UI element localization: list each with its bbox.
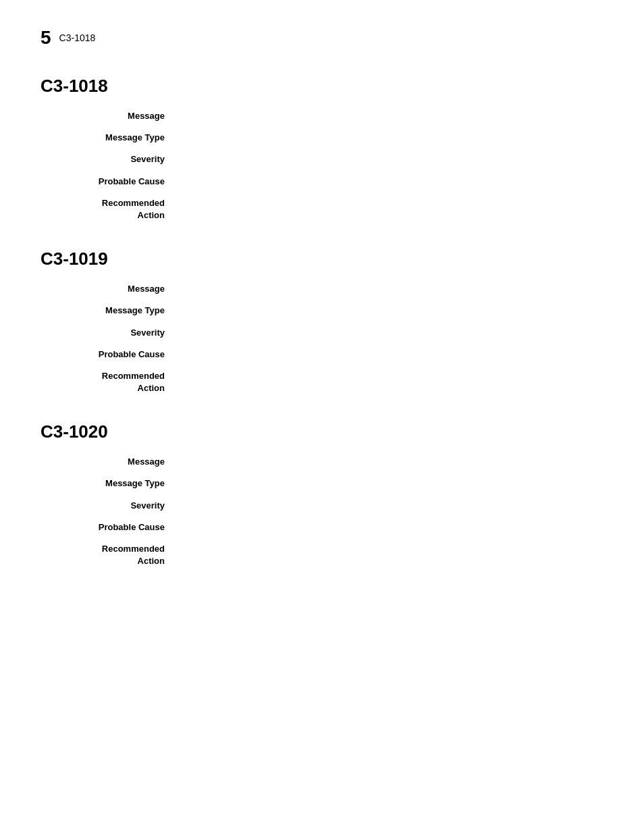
section-title-c3-1020: C3-1020	[41, 421, 603, 442]
section-c3-1020: C3-1020MessageMessage TypeSeverityProbab…	[41, 421, 603, 567]
field-value-c3-1018-4	[176, 197, 603, 221]
section-title-c3-1018: C3-1018	[41, 76, 603, 97]
field-value-c3-1020-3	[176, 521, 603, 533]
field-row-c3-1020-2: Severity	[41, 500, 603, 512]
section-c3-1019: C3-1019MessageMessage TypeSeverityProbab…	[41, 249, 603, 394]
breadcrumb-number: 5	[41, 27, 51, 49]
section-c3-1018: C3-1018MessageMessage TypeSeverityProbab…	[41, 76, 603, 221]
field-label-c3-1019-0: Message	[41, 283, 176, 295]
field-value-c3-1020-1	[176, 477, 603, 490]
field-label-c3-1018-1: Message Type	[41, 132, 176, 144]
field-row-c3-1018-4: RecommendedAction	[41, 197, 603, 221]
field-value-c3-1019-2	[176, 327, 603, 339]
field-label-c3-1018-4: RecommendedAction	[41, 197, 176, 221]
field-label-c3-1020-2: Severity	[41, 500, 176, 512]
field-label-c3-1020-0: Message	[41, 456, 176, 468]
field-row-c3-1018-1: Message Type	[41, 132, 603, 144]
field-label-c3-1020-4: RecommendedAction	[41, 543, 176, 567]
field-value-c3-1019-4	[176, 370, 603, 394]
field-value-c3-1020-0	[176, 456, 603, 468]
field-value-c3-1018-2	[176, 153, 603, 165]
field-value-c3-1020-4	[176, 543, 603, 567]
field-row-c3-1019-4: RecommendedAction	[41, 370, 603, 394]
field-row-c3-1018-2: Severity	[41, 153, 603, 165]
field-row-c3-1020-4: RecommendedAction	[41, 543, 603, 567]
field-value-c3-1019-3	[176, 348, 603, 361]
breadcrumb-label: C3-1018	[59, 32, 96, 43]
field-row-c3-1019-0: Message	[41, 283, 603, 295]
field-label-c3-1020-3: Probable Cause	[41, 521, 176, 533]
field-row-c3-1020-1: Message Type	[41, 477, 603, 490]
field-row-c3-1020-3: Probable Cause	[41, 521, 603, 533]
field-row-c3-1019-3: Probable Cause	[41, 348, 603, 361]
field-value-c3-1018-0	[176, 110, 603, 122]
field-label-c3-1019-2: Severity	[41, 327, 176, 339]
field-row-c3-1019-2: Severity	[41, 327, 603, 339]
field-label-c3-1018-0: Message	[41, 110, 176, 122]
field-label-c3-1018-3: Probable Cause	[41, 176, 176, 188]
field-label-c3-1019-3: Probable Cause	[41, 348, 176, 361]
field-label-c3-1018-2: Severity	[41, 153, 176, 165]
breadcrumb: 5 C3-1018	[41, 27, 603, 49]
field-label-c3-1019-4: RecommendedAction	[41, 370, 176, 394]
field-label-c3-1020-1: Message Type	[41, 477, 176, 490]
field-label-c3-1019-1: Message Type	[41, 305, 176, 317]
section-title-c3-1019: C3-1019	[41, 249, 603, 269]
field-row-c3-1020-0: Message	[41, 456, 603, 468]
field-value-c3-1018-3	[176, 176, 603, 188]
field-row-c3-1018-0: Message	[41, 110, 603, 122]
field-value-c3-1018-1	[176, 132, 603, 144]
field-row-c3-1019-1: Message Type	[41, 305, 603, 317]
field-row-c3-1018-3: Probable Cause	[41, 176, 603, 188]
field-value-c3-1020-2	[176, 500, 603, 512]
field-value-c3-1019-0	[176, 283, 603, 295]
field-value-c3-1019-1	[176, 305, 603, 317]
